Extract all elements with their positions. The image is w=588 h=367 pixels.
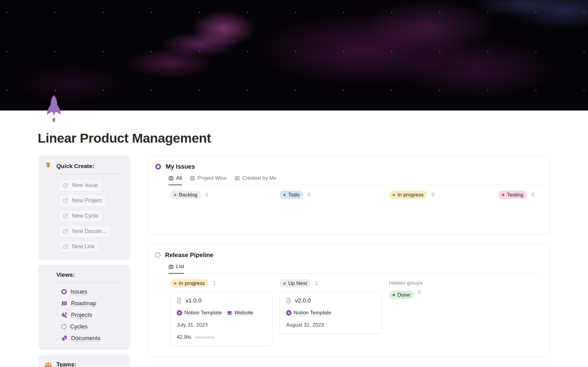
tab-list[interactable]: List: [168, 264, 184, 273]
sidebar-item-issues[interactable]: Issues: [61, 287, 124, 296]
tab-all[interactable]: All: [168, 175, 182, 185]
sidebar-item-documents[interactable]: Documents: [61, 334, 124, 343]
issues-ring-icon: [61, 289, 67, 294]
page-icon: [286, 298, 291, 304]
group-testing: Testing 0: [498, 191, 588, 199]
tab-created-by-me[interactable]: Created by Me: [235, 175, 277, 185]
card-bottom-padding: [149, 346, 549, 356]
database-title[interactable]: Release Pipeline: [165, 252, 213, 259]
new-cycle-button[interactable]: New Cycle: [59, 210, 103, 222]
tab-project-wise[interactable]: Project Wise: [190, 175, 227, 185]
status-dot: [283, 282, 286, 285]
database-title[interactable]: My Issues: [166, 163, 195, 170]
group-count: 1: [213, 280, 216, 286]
status-badge[interactable]: Todo: [280, 191, 303, 199]
status-dot: [502, 194, 504, 196]
progress-row: 42.9%: [177, 334, 266, 340]
quick-create-header: Quick Create:: [44, 162, 124, 170]
compose-icon: [63, 198, 69, 204]
status-label: Done: [398, 292, 410, 298]
teams-header: Teams:: [44, 361, 124, 367]
cycles-dashed-circle-icon: [155, 253, 160, 258]
quick-create-buttons: New Issue New Project: [59, 179, 124, 253]
people-icon: [44, 362, 52, 367]
release-title: v2.0.0: [295, 297, 311, 304]
view-link-label: Documents: [71, 335, 100, 342]
group-count: 0: [531, 192, 534, 198]
status-badge[interactable]: Backlog: [170, 191, 201, 199]
new-issue-button[interactable]: New Issue: [59, 179, 103, 192]
status-label: Backlog: [179, 192, 197, 198]
sidebar: Quick Create: New Issue: [38, 155, 130, 367]
status-dot: [393, 294, 395, 296]
progress-percent: 42.9%: [177, 334, 191, 340]
page-cover-image: [0, 0, 588, 110]
status-dot: [393, 194, 395, 196]
tab-label: Project Wise: [198, 175, 227, 181]
group-backlog: Backlog 0: [170, 191, 268, 199]
my-issues-card: My Issues All: [149, 155, 550, 235]
relation-website[interactable]: Website: [227, 310, 253, 316]
status-badge[interactable]: Up Next: [280, 279, 311, 287]
new-project-button[interactable]: New Project: [59, 194, 107, 207]
board-view-icon: [235, 176, 240, 181]
column-in-progress: In progress 1: [170, 279, 272, 346]
status-badge[interactable]: In progress: [389, 191, 427, 199]
status-dot: [283, 194, 286, 196]
tab-label: Created by Me: [242, 175, 277, 181]
group-todo: Todo 0: [280, 191, 378, 199]
release-pipeline-view-tabs: List: [168, 264, 542, 274]
group-count: 1: [315, 280, 318, 286]
release-board-columns: In progress 1: [170, 279, 549, 346]
relation-notion-template[interactable]: ★ Notion Template: [177, 310, 222, 316]
my-issues-view-tabs: All Project Wise: [168, 175, 542, 185]
release-date: August 31, 2023: [286, 322, 375, 328]
status-dot: [174, 282, 176, 285]
my-issues-header: My Issues: [155, 163, 549, 170]
group-up-next: Up Next 1: [280, 279, 382, 287]
rocket-page-icon[interactable]: [46, 95, 62, 124]
status-dot: [174, 194, 176, 196]
release-card-v1[interactable]: v1.0.0 ★ Notion Template: [170, 292, 272, 346]
hidden-groups-toggle[interactable]: Hidden groups: [389, 279, 491, 286]
views-header: Views:: [44, 272, 124, 278]
card-title-row: v1.0.0: [177, 297, 266, 304]
new-link-button[interactable]: New Link: [59, 240, 100, 253]
issues-ring-icon: [155, 164, 161, 170]
notion-template-icon: ★: [286, 310, 292, 316]
page-icon: [177, 298, 182, 304]
teams-heading: Teams:: [56, 361, 76, 367]
compose-icon: [63, 213, 69, 219]
views-heading: Views:: [56, 272, 75, 278]
status-label: Up Next: [288, 280, 307, 286]
next-card-partial: [149, 366, 550, 367]
new-document-button[interactable]: New Docum...: [59, 225, 111, 238]
board-view-icon: [168, 264, 174, 269]
column-hidden-groups: Hidden groups Done 0: [389, 279, 491, 299]
divider: [56, 282, 124, 283]
sidebar-item-roadmap[interactable]: Roadmap: [61, 299, 124, 308]
release-pipeline-card: Release Pipeline List: [149, 244, 550, 357]
group-in-progress: In progress 0: [389, 191, 487, 199]
release-card-v2[interactable]: v2.0.0 ★ Notion Template August 31, 2023: [280, 292, 382, 334]
group-count: 0: [307, 192, 310, 198]
status-badge[interactable]: Testing: [498, 191, 527, 199]
group-done: Done 0: [389, 286, 491, 299]
empty-board-space: [149, 199, 549, 234]
sidebar-item-projects[interactable]: Projects: [61, 311, 124, 319]
release-pipeline-header: Release Pipeline: [155, 252, 549, 259]
sidebar-item-cycles[interactable]: Cycles: [61, 322, 124, 331]
relation-notion-template[interactable]: ★ Notion Template: [286, 310, 331, 316]
button-label: New Link: [72, 243, 95, 250]
rocket-icon: [46, 95, 62, 124]
relation-label: Website: [235, 310, 253, 316]
column-up-next: Up Next 1: [280, 279, 382, 334]
card-relations: ★ Notion Template: [286, 310, 375, 316]
release-date: July 31, 2023: [177, 322, 266, 328]
status-badge[interactable]: Done: [389, 291, 414, 299]
status-badge[interactable]: In progress: [170, 279, 209, 287]
roadmap-map-icon: [61, 300, 67, 306]
page-body: Quick Create: New Issue: [38, 155, 550, 367]
button-label: New Project: [72, 197, 102, 204]
compose-icon: [63, 228, 69, 234]
